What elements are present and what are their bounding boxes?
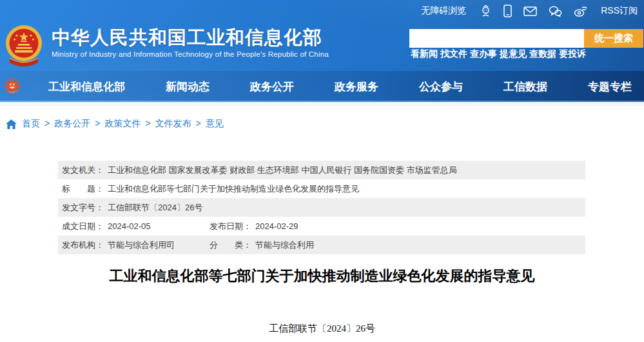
quick-link-3[interactable]: 查办事 xyxy=(470,48,497,60)
meta-row: 成文日期：2024-02-05发布日期：2024-02-29 xyxy=(58,217,585,236)
breadcrumb-item-2[interactable]: 政务公开 xyxy=(54,118,90,128)
nav-item-2[interactable]: 新闻动态 xyxy=(166,79,210,94)
mobile-icon[interactable] xyxy=(503,5,512,17)
weibo-icon[interactable] xyxy=(574,6,587,17)
nav-item-7[interactable]: 专题专栏 xyxy=(588,79,632,94)
document-title: 工业和信息化部等七部门关于加快推动制造业绿色化发展的指导意见 xyxy=(0,267,644,286)
meta-cell: 发文机关：工业和信息化部 国家发展改革委 财政部 生态环境部 中国人民银行 国务… xyxy=(62,165,457,176)
meta-cell: 标题：工业和信息化部等七部门关于加快推动制造业绿色化发展的指导意见 xyxy=(62,183,359,195)
breadcrumb-items: 首页>政务公开>政策文件>文件发布>意见 xyxy=(22,118,224,130)
breadcrumb: 首页>政务公开>政策文件>文件发布>意见 xyxy=(0,106,644,130)
nav-items: 工业和信息化部新闻动态政务公开政务服务公众参与工信数据专题专栏 xyxy=(48,71,632,102)
meta-label: 发布机构 xyxy=(62,239,95,251)
national-emblem-icon xyxy=(5,24,43,68)
meta-colon: ： xyxy=(95,239,104,251)
breadcrumb-separator: > xyxy=(196,118,201,128)
meta-value: 工信部联节〔2024〕26号 xyxy=(108,202,202,214)
main-nav: 工业和信息化部新闻动态政务公开政务服务公众参与工信数据专题专栏 xyxy=(0,71,644,102)
meta-colon: ： xyxy=(95,221,104,232)
nav-item-1[interactable]: 工业和信息化部 xyxy=(48,79,125,94)
nav-item-4[interactable]: 政务服务 xyxy=(335,79,378,94)
quick-link-6[interactable]: 要投诉 xyxy=(559,48,586,60)
meta-row: 发文字号：工信部联节〔2024〕26号 xyxy=(58,198,585,217)
nav-item-5[interactable]: 公众参与 xyxy=(419,79,463,94)
meta-cell: 发布机构：节能与综合利用司 xyxy=(62,239,210,251)
quick-link-2[interactable]: 找文件 xyxy=(440,48,467,60)
document-meta-table: 发文机关：工业和信息化部 国家发展改革委 财政部 生态环境部 中国人民银行 国务… xyxy=(58,161,585,254)
meta-value: 2024-02-05 xyxy=(108,221,151,231)
meta-colon: ： xyxy=(243,239,251,251)
meta-row: 标题：工业和信息化部等七部门关于加快推动制造业绿色化发展的指导意见 xyxy=(58,179,585,198)
meta-value: 节能与综合利用司 xyxy=(108,239,175,251)
meta-value: 工业和信息化部 国家发展改革委 财政部 生态环境部 中国人民银行 国务院国资委 … xyxy=(108,165,457,176)
nav-item-3[interactable]: 政务公开 xyxy=(250,79,294,94)
site-banner: 无障碍浏览 xyxy=(0,0,644,102)
mascot-icon[interactable] xyxy=(480,5,492,17)
meta-row: 发布机构：节能与综合利用司分类：节能与综合利用 xyxy=(58,236,585,254)
miit-gear-logo-icon xyxy=(4,78,21,95)
quick-link-5[interactable]: 查数据 xyxy=(529,48,556,60)
breadcrumb-separator: > xyxy=(95,118,100,128)
search-input[interactable] xyxy=(409,29,584,48)
meta-value: 工业和信息化部等七部门关于加快推动制造业绿色化发展的指导意见 xyxy=(108,183,359,195)
meta-label: 标题 xyxy=(62,183,95,195)
meta-label: 成文日期 xyxy=(62,221,95,232)
breadcrumb-item-1[interactable]: 首页 xyxy=(22,118,40,128)
topbar: 无障碍浏览 xyxy=(0,0,644,22)
meta-label: 发文字号 xyxy=(62,202,95,214)
wechat-icon[interactable] xyxy=(549,6,562,17)
meta-label: 发文机关 xyxy=(62,165,95,176)
mail-icon[interactable] xyxy=(523,6,537,16)
rss-link[interactable]: RSS订阅 xyxy=(601,5,638,17)
search-box: 统一搜索 xyxy=(409,29,643,48)
site-subtitle: Ministry of Industry and Information Tec… xyxy=(52,50,329,58)
meta-cell: 分类：节能与综合利用 xyxy=(210,239,314,251)
site-identity: 中华人民共和国工业和信息化部 Ministry of Industry and … xyxy=(52,26,329,58)
meta-colon: ： xyxy=(243,221,251,232)
site-title: 中华人民共和国工业和信息化部 xyxy=(52,26,329,48)
search-button[interactable]: 统一搜索 xyxy=(584,29,643,48)
home-icon[interactable] xyxy=(6,119,17,129)
breadcrumb-separator: > xyxy=(145,118,150,128)
breadcrumb-separator: > xyxy=(44,118,50,128)
quick-link-1[interactable]: 看新闻 xyxy=(411,48,438,60)
meta-row: 发文机关：工业和信息化部 国家发展改革委 财政部 生态环境部 中国人民银行 国务… xyxy=(58,161,585,179)
document-number: 工信部联节〔2024〕26号 xyxy=(0,323,644,335)
meta-label: 发布日期 xyxy=(210,221,243,232)
meta-cell: 成文日期：2024-02-05 xyxy=(62,221,210,232)
quick-links: 看新闻找文件查办事提意见查数据要投诉 xyxy=(411,48,586,60)
meta-cell: 发文字号：工信部联节〔2024〕26号 xyxy=(62,202,202,214)
quick-link-4[interactable]: 提意见 xyxy=(500,48,527,60)
meta-colon: ： xyxy=(95,165,104,176)
meta-value: 2024-02-29 xyxy=(255,221,298,231)
meta-colon: ： xyxy=(95,183,104,195)
nav-item-6[interactable]: 工信数据 xyxy=(503,79,547,94)
meta-label: 分类 xyxy=(210,239,243,251)
meta-value: 节能与综合利用 xyxy=(255,239,314,251)
breadcrumb-item-5: 意见 xyxy=(206,118,224,128)
meta-colon: ： xyxy=(95,202,104,214)
breadcrumb-item-3[interactable]: 政策文件 xyxy=(104,118,141,128)
breadcrumb-item-4[interactable]: 文件发布 xyxy=(155,118,191,128)
meta-cell: 发布日期：2024-02-29 xyxy=(210,221,298,232)
accessibility-link[interactable]: 无障碍浏览 xyxy=(421,5,466,17)
